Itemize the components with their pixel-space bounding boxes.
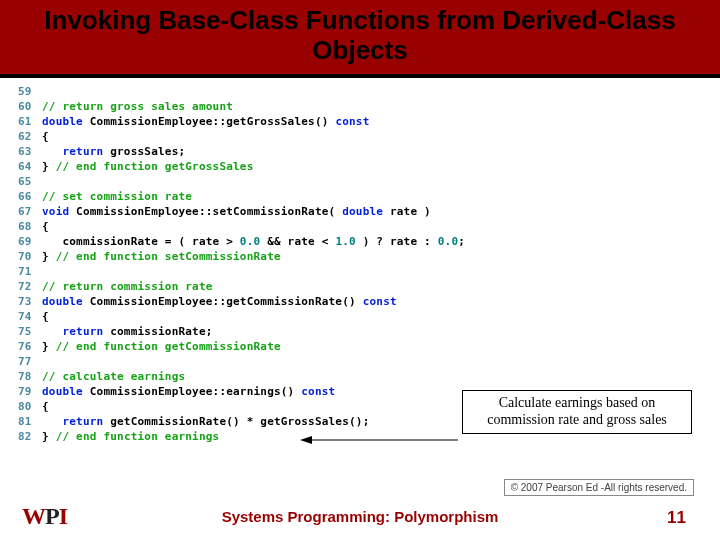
code-token: return — [62, 415, 103, 428]
code-token: // end function getGrossSales — [56, 160, 254, 173]
code-token: const — [363, 295, 397, 308]
code-line: 60// return gross sales amount — [18, 99, 720, 114]
copyright-notice: © 2007 Pearson Ed -All rights reserved. — [504, 479, 694, 496]
code-token: getCommissionRate() * getGrossSales(); — [103, 415, 369, 428]
code-token: const — [335, 115, 369, 128]
slide-title: Invoking Base-Class Functions from Deriv… — [10, 6, 710, 66]
code-token: double — [342, 205, 383, 218]
code-token: } — [42, 340, 56, 353]
code-line: 74{ — [18, 309, 720, 324]
line-number: 78 — [18, 369, 42, 384]
code-token: 0.0 — [240, 235, 260, 248]
code-token: { — [42, 310, 49, 323]
code-token: void — [42, 205, 69, 218]
line-number: 62 — [18, 129, 42, 144]
code-line: 72// return commission rate — [18, 279, 720, 294]
code-token: // calculate earnings — [42, 370, 185, 383]
code-token: 0.0 — [438, 235, 458, 248]
code-token: CommissionEmployee::getCommissionRate() — [83, 295, 363, 308]
code-token: commissionRate = ( rate > — [42, 235, 240, 248]
line-number: 66 — [18, 189, 42, 204]
footer-title: Systems Programming: Polymorphism — [0, 508, 720, 525]
code-token: // return gross sales amount — [42, 100, 233, 113]
code-line: 63 return grossSales; — [18, 144, 720, 159]
code-token: ; — [458, 235, 465, 248]
code-line: 65 — [18, 174, 720, 189]
code-token: return — [62, 325, 103, 338]
code-line: 75 return commissionRate; — [18, 324, 720, 339]
code-token: } — [42, 430, 56, 443]
line-number: 82 — [18, 429, 42, 444]
code-line: 68{ — [18, 219, 720, 234]
code-line: 78// calculate earnings — [18, 369, 720, 384]
line-number: 71 — [18, 264, 42, 279]
code-line: 61double CommissionEmployee::getGrossSal… — [18, 114, 720, 129]
line-number: 60 — [18, 99, 42, 114]
code-token — [42, 145, 62, 158]
line-number: 75 — [18, 324, 42, 339]
code-token: { — [42, 220, 49, 233]
code-line: 59 — [18, 84, 720, 99]
page-number: 11 — [667, 508, 686, 528]
code-token — [42, 415, 62, 428]
slide-title-bar: Invoking Base-Class Functions from Deriv… — [0, 0, 720, 78]
line-number: 64 — [18, 159, 42, 174]
code-token — [42, 325, 62, 338]
line-number: 61 — [18, 114, 42, 129]
code-token: ) ? rate : — [356, 235, 438, 248]
code-listing: 5960// return gross sales amount61double… — [0, 78, 720, 444]
code-token: // set commission rate — [42, 190, 192, 203]
line-number: 79 — [18, 384, 42, 399]
code-token: commissionRate; — [103, 325, 212, 338]
code-line: 64} // end function getGrossSales — [18, 159, 720, 174]
code-line: 69 commissionRate = ( rate > 0.0 && rate… — [18, 234, 720, 249]
code-token: CommissionEmployee::earnings() — [83, 385, 301, 398]
line-number: 76 — [18, 339, 42, 354]
code-token: { — [42, 400, 49, 413]
code-token: CommissionEmployee::getGrossSales() — [83, 115, 335, 128]
code-line: 70} // end function setCommissionRate — [18, 249, 720, 264]
line-number: 80 — [18, 399, 42, 414]
code-line: 71 — [18, 264, 720, 279]
code-token: } — [42, 250, 56, 263]
code-token: { — [42, 130, 49, 143]
code-token: // end function earnings — [56, 430, 220, 443]
line-number: 81 — [18, 414, 42, 429]
line-number: 68 — [18, 219, 42, 234]
code-token: double — [42, 385, 83, 398]
line-number: 63 — [18, 144, 42, 159]
code-token: double — [42, 115, 83, 128]
code-token: && rate < — [260, 235, 335, 248]
code-line: 73double CommissionEmployee::getCommissi… — [18, 294, 720, 309]
line-number: 65 — [18, 174, 42, 189]
code-token: grossSales; — [103, 145, 185, 158]
line-number: 74 — [18, 309, 42, 324]
code-token: double — [42, 295, 83, 308]
code-token: rate ) — [383, 205, 431, 218]
slide-footer: WPI Systems Programming: Polymorphism 11 — [0, 504, 720, 530]
code-line: 77 — [18, 354, 720, 369]
code-token: const — [301, 385, 335, 398]
code-line: 76} // end function getCommissionRate — [18, 339, 720, 354]
line-number: 72 — [18, 279, 42, 294]
code-token: CommissionEmployee::setCommissionRate( — [69, 205, 342, 218]
code-line: 62{ — [18, 129, 720, 144]
code-line: 66// set commission rate — [18, 189, 720, 204]
code-token: // return commission rate — [42, 280, 213, 293]
line-number: 70 — [18, 249, 42, 264]
code-token: // end function setCommissionRate — [56, 250, 281, 263]
code-line: 67void CommissionEmployee::setCommission… — [18, 204, 720, 219]
code-token: } — [42, 160, 56, 173]
svg-marker-1 — [300, 436, 312, 444]
line-number: 69 — [18, 234, 42, 249]
code-token: 1.0 — [335, 235, 355, 248]
code-token: // end function getCommissionRate — [56, 340, 281, 353]
line-number: 77 — [18, 354, 42, 369]
arrow-icon — [300, 434, 460, 446]
line-number: 59 — [18, 84, 42, 99]
callout-box: Calculate earnings based on commission r… — [462, 390, 692, 434]
line-number: 67 — [18, 204, 42, 219]
line-number: 73 — [18, 294, 42, 309]
code-token: return — [62, 145, 103, 158]
